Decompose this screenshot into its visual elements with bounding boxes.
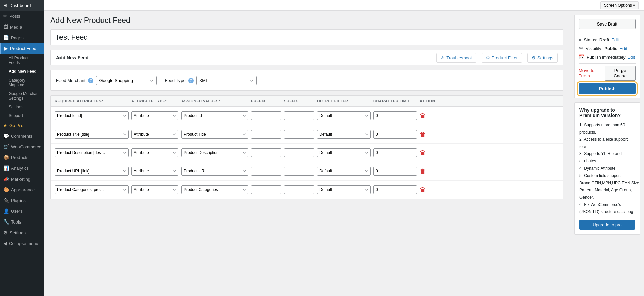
header-output-filter: OUTPUT FILTER [317, 99, 371, 103]
premium-point-3: 3. Supports YITH brand attributes. [579, 150, 635, 165]
sidebar-sub-category-mapping[interactable]: Category Mapping [0, 76, 44, 89]
sidebar-go-pro[interactable]: ★ Go Pro [0, 120, 44, 131]
sidebar-item-label: Pages [11, 35, 24, 40]
output-filter-select-4[interactable]: Default [317, 167, 371, 176]
assigned-value-select-3[interactable]: Product Description [181, 148, 248, 157]
attr-type-select-3[interactable]: Attribute [131, 148, 178, 157]
sidebar-item-users[interactable]: 👤 Users [0, 206, 44, 216]
required-attr-select-3[interactable]: Product Description [des… [55, 148, 129, 157]
sidebar-item-settings[interactable]: ⚙ Settings [0, 227, 44, 238]
sidebar-item-marketing[interactable]: 📣 Marketing [0, 174, 44, 184]
prefix-input-5[interactable] [251, 185, 281, 194]
suffix-cell [284, 111, 314, 120]
feed-type-help-icon[interactable]: ? [188, 78, 194, 83]
sidebar-item-label: Product Feed [10, 46, 36, 51]
troubleshoot-button[interactable]: ⚠ Troubleshoot [436, 53, 476, 63]
header-required-attr: REQUIRED ATTRIBUTES* [55, 99, 129, 103]
sidebar-sub-google-merchant[interactable]: Google Merchant Settings [0, 89, 44, 103]
sidebar-item-comments[interactable]: 💬 Comments [0, 131, 44, 141]
prefix-input-2[interactable] [251, 130, 281, 139]
feed-type-group: Feed Type ? XML CSV TSV JSON [165, 76, 256, 85]
suffix-input-3[interactable] [284, 148, 314, 157]
sidebar-item-pages[interactable]: 📄 Pages [0, 32, 44, 43]
delete-row-button-4[interactable]: 🗑 [420, 168, 426, 175]
sidebar-item-tools[interactable]: 🔧 Tools [0, 216, 44, 227]
prefix-input-4[interactable] [251, 167, 281, 176]
attr-type-select-2[interactable]: Attribute [131, 130, 178, 139]
output-filter-cell: Default [317, 167, 371, 176]
prefix-input-3[interactable] [251, 148, 281, 157]
suffix-input-5[interactable] [284, 185, 314, 194]
assigned-value-select-2[interactable]: Product Title [181, 130, 248, 139]
sidebar-sub-support[interactable]: Support [0, 111, 44, 120]
output-filter-select-3[interactable]: Default [317, 148, 371, 157]
delete-row-button-1[interactable]: 🗑 [420, 112, 426, 119]
prefix-cell [251, 185, 281, 194]
purge-cache-button[interactable]: Purge Cache [605, 66, 636, 81]
status-edit-link[interactable]: Edit [611, 37, 619, 42]
product-filter-button[interactable]: ⚙ Product Filter [482, 53, 522, 63]
char-limit-input-3[interactable] [373, 148, 417, 157]
sidebar-item-plugins[interactable]: 🔌 Plugins [0, 195, 44, 206]
premium-upgrade-box: Why upgrade to Premium Version? 1. Suppo… [574, 102, 640, 235]
assigned-value-select-1[interactable]: Product Id [181, 111, 248, 120]
table-row: Product Title [title] Attribute Product … [51, 125, 563, 144]
delete-row-button-5[interactable]: 🗑 [420, 186, 426, 193]
sidebar-item-media[interactable]: 🖼 Media [0, 21, 44, 32]
content-area: Add New Product Feed Add New Feed ⚠ Trou… [44, 11, 644, 296]
sidebar-item-dashboard[interactable]: ⊞ Dashboard [0, 0, 44, 11]
plugins-icon: 🔌 [3, 198, 9, 203]
required-attr-select-4[interactable]: Product URL [link] [55, 167, 129, 176]
required-attr-select-5[interactable]: Product Categories [pro… [55, 185, 129, 194]
collapse-icon: ◀ [3, 241, 7, 246]
feed-merchant-help-icon[interactable]: ? [88, 78, 93, 83]
publish-button[interactable]: Publish [579, 83, 636, 94]
sidebar-item-analytics[interactable]: 📊 Analytics [0, 163, 44, 174]
attr-type-select-1[interactable]: Attribute [131, 111, 178, 120]
upgrade-to-pro-button[interactable]: Upgrade to pro [579, 220, 635, 230]
delete-row-button-3[interactable]: 🗑 [420, 149, 426, 156]
char-limit-input-2[interactable] [373, 130, 417, 139]
required-attr-select-2[interactable]: Product Title [title] [55, 130, 129, 139]
feed-name-input[interactable] [55, 33, 558, 42]
output-filter-select-1[interactable]: Default [317, 111, 371, 120]
sidebar-item-appearance[interactable]: 🎨 Appearance [0, 184, 44, 195]
char-limit-input-5[interactable] [373, 185, 417, 194]
assigned-value-select-5[interactable]: Product Categories [181, 185, 248, 194]
suffix-input-1[interactable] [284, 111, 314, 120]
sidebar-sub-add-new[interactable]: Add New Feed [0, 67, 44, 76]
move-to-trash-link[interactable]: Move to Trash [579, 67, 605, 80]
char-limit-input-4[interactable] [373, 167, 417, 176]
output-filter-select-2[interactable]: Default [317, 130, 371, 139]
sidebar-item-label: Analytics [11, 166, 29, 171]
attr-type-select-4[interactable]: Attribute [131, 167, 178, 176]
visibility-edit-link[interactable]: Edit [619, 46, 627, 51]
screen-options-button[interactable]: Screen Options ▾ [600, 1, 639, 9]
sidebar-item-label: Media [10, 24, 22, 30]
attr-type-select-5[interactable]: Attribute [131, 185, 178, 194]
char-limit-input-1[interactable] [373, 111, 417, 120]
sidebar-item-products[interactable]: 📦 Products [0, 152, 44, 163]
settings-button[interactable]: ⚙ Settings [527, 53, 558, 63]
sidebar-item-product-feed[interactable]: ▶ Product Feed [0, 43, 44, 54]
assigned-value-cell: Product Title [181, 130, 248, 139]
publish-edit-link[interactable]: Edit [628, 55, 635, 60]
sidebar-sub-settings[interactable]: Settings [0, 103, 44, 111]
feed-type-select[interactable]: XML CSV TSV JSON [196, 76, 257, 85]
sidebar-item-woocommerce[interactable]: 🛒 WooCommerce [0, 141, 44, 152]
prefix-input-1[interactable] [251, 111, 281, 120]
delete-row-button-2[interactable]: 🗑 [420, 131, 426, 138]
table-header-row: REQUIRED ATTRIBUTES* ATTRIBUTE TYPE* ASS… [51, 96, 563, 107]
required-attr-select-1[interactable]: Product Id [id] [55, 111, 129, 120]
sidebar-item-posts[interactable]: ✏ Posts [0, 11, 44, 21]
sidebar-sub-all-feeds[interactable]: All Product Feeds [0, 54, 44, 67]
suffix-input-2[interactable] [284, 130, 314, 139]
assigned-value-select-4[interactable]: Product URL [181, 167, 248, 176]
feed-merchant-select[interactable]: Google Shopping Facebook [96, 76, 157, 85]
save-draft-button[interactable]: Save Draft [579, 19, 636, 29]
table-row: Product Categories [pro… Attribute Produ… [51, 181, 563, 199]
sidebar: ⊞ Dashboard ✏ Posts 🖼 Media 📄 Pages ▶ Pr… [0, 0, 44, 296]
output-filter-select-5[interactable]: Default [317, 185, 371, 194]
suffix-input-4[interactable] [284, 167, 314, 176]
sidebar-item-collapse[interactable]: ◀ Collapse menu [0, 238, 44, 249]
